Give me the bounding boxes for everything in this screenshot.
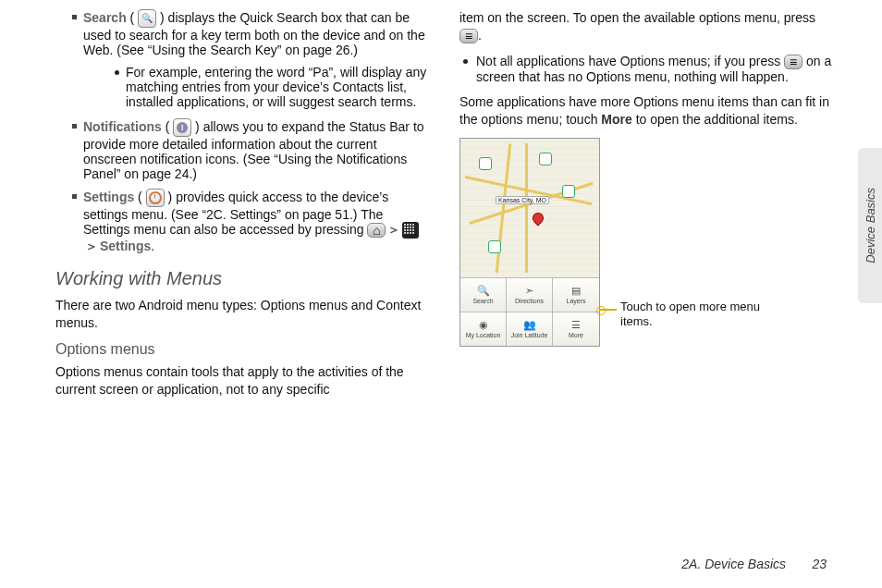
- search-example: For example, entering the word “Pa”, wil…: [83, 65, 430, 109]
- menus-intro: There are two Android menu types: Option…: [55, 297, 430, 332]
- heading-working-with-menus: Working with Menus: [55, 268, 430, 289]
- phone-screenshot: Kansas City, MO 🔍Search ➣Directions ▤Lay…: [459, 138, 600, 347]
- footer-section: 2A. Device Basics: [681, 557, 786, 571]
- menu-key-icon: ≡: [784, 55, 802, 69]
- map-area: Kansas City, MO: [460, 139, 599, 277]
- not-all-apps-note: Not all applications have Options menus;…: [459, 54, 834, 84]
- options-menu-grid: 🔍Search ➣Directions ▤Layers ◉My Location…: [460, 277, 599, 346]
- menu-item-layers[interactable]: ▤Layers: [553, 277, 599, 312]
- right-column: item on the screen. To open the availabl…: [459, 9, 834, 588]
- figure-maps-options-menu: Kansas City, MO 🔍Search ➣Directions ▤Lay…: [459, 138, 834, 347]
- menu-item-join-latitude[interactable]: 👥Join Latitude: [507, 312, 553, 346]
- side-tab-label: Device Basics: [864, 188, 877, 263]
- item-settings: Settings ( ) provides quick access to th…: [55, 189, 430, 255]
- heading-options-menus: Options menus: [55, 341, 430, 358]
- callout-line: [600, 309, 617, 311]
- layers-icon: ▤: [571, 286, 581, 296]
- some-apps-more: Some applications have more Options menu…: [459, 93, 834, 129]
- exclamation-icon: !: [173, 118, 191, 137]
- settings-label: Settings: [83, 190, 134, 204]
- magnifier-icon: 🔍: [138, 9, 156, 28]
- apps-grid-icon: [402, 222, 419, 239]
- settings-tail: Settings: [100, 239, 151, 253]
- target-icon: ◉: [479, 320, 488, 330]
- page-footer: 2A. Device Basics 23: [681, 557, 827, 571]
- map-city-label: Kansas City, MO: [496, 196, 549, 204]
- item-notifications: Notifications ( ! ) allows you to expand…: [55, 118, 430, 181]
- search-icon: 🔍: [477, 286, 490, 296]
- menu-item-my-location[interactable]: ◉My Location: [460, 312, 507, 346]
- home-key-icon: ⌂: [367, 223, 386, 238]
- page-number: 23: [790, 557, 827, 571]
- search-label: Search: [83, 10, 127, 25]
- map-pin-icon: [531, 210, 546, 226]
- more-icon: ☰: [571, 320, 581, 330]
- item-search: Search ( 🔍 ) displays the Quick Search b…: [55, 9, 430, 109]
- menu-item-directions[interactable]: ➣Directions: [507, 277, 553, 312]
- options-menus-text: Options menus contain tools that apply t…: [55, 363, 430, 398]
- menu-item-more[interactable]: ☰More: [553, 312, 599, 346]
- notifications-label: Notifications: [83, 119, 162, 134]
- menu-item-search[interactable]: 🔍Search: [460, 277, 507, 312]
- clock-icon: [146, 189, 165, 207]
- options-continuation: item on the screen. To open the availabl…: [459, 9, 834, 44]
- callout-text: Touch to open more menu items.: [620, 300, 768, 330]
- chevron-right-icon: ＞: [85, 239, 98, 255]
- menu-key-icon: ≡: [459, 29, 478, 43]
- directions-icon: ➣: [525, 286, 533, 296]
- people-icon: 👥: [523, 320, 536, 330]
- side-tab: Device Basics: [858, 148, 882, 303]
- left-column: Search ( 🔍 ) displays the Quick Search b…: [55, 9, 430, 588]
- figure-annotation: Touch to open more menu items.: [607, 138, 834, 347]
- chevron-right-icon: ＞: [387, 222, 400, 239]
